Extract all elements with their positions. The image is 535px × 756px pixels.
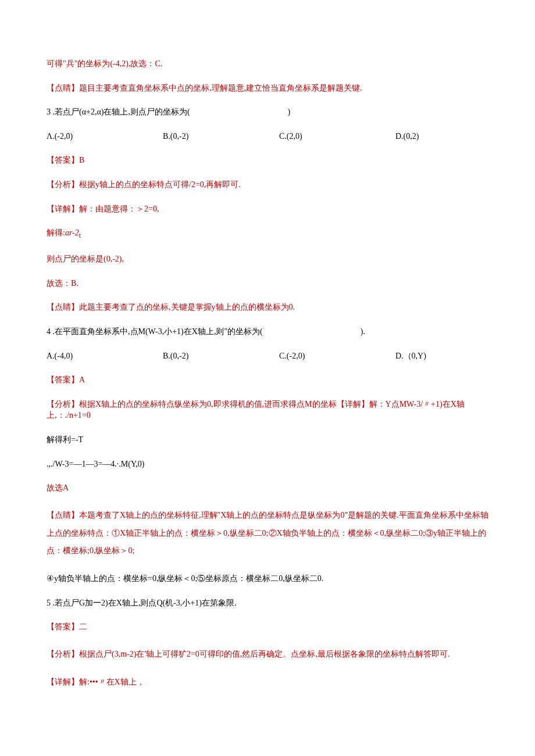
q4-analysis-detail: 【分析】根据X轴上的点的坐标特点纵坐标为0,即求得机的值,进而求得点M的坐标【详…: [47, 399, 488, 421]
q3-option-d: D.(0,2): [395, 131, 419, 142]
q3-option-c: C.(2,0): [279, 131, 395, 142]
q4-option-a: A.(-4,0): [47, 350, 163, 362]
q4-guxuan: 故选A: [47, 482, 488, 494]
q4-choices: A.(-4,0) B.(0,-2) C.(-2,0) D.（0,Y): [47, 350, 488, 362]
q4-option-d: D.（0,Y): [395, 350, 426, 362]
q4-stem: 4 .在平面直角坐标系中,点M(W-3,小+1)在X轴上,则"的坐标为( ).: [47, 326, 488, 338]
q3-detail: 【详解】解：由题意得：＞2=0,: [47, 203, 488, 215]
q3-analysis: 【分析】根据y轴上的点的坐标特点可得/2=0,再解即可.: [47, 179, 488, 191]
q3-solve-2: 则点尸的坐标是(0,-2),: [47, 253, 488, 265]
q5-stem: 5 .若点尸G加一2)在X轴上,则点Q(机-3,小+1)在第象限.: [47, 597, 488, 609]
line-result: 可得"兵"的坐标为(-4,2),故选：C.: [47, 58, 488, 70]
q5-detail: 【详解】解:•••〃在X轴上，: [47, 676, 488, 688]
q3-choices: Λ.(-2,0) B.(0,-2) C.(2,0) D.(0,2): [47, 131, 488, 142]
document-page: 可得"兵"的坐标为(-4,2),故选：C. 【点睛】题目主要考查直角坐标系中点的…: [0, 0, 535, 756]
q3-solve-1: 解得:ar-2t: [47, 227, 488, 241]
q3-stem: 3 .若点尸(α+2,α)在轴上,则点尸的坐标为( ): [47, 106, 488, 118]
line-dianjing-prev: 【点睛】题目主要考查直角坐标系中点的坐标,理解题意,建立恰当直角坐标系是解题关键…: [47, 83, 488, 94]
q4-dianjing-2: ④y轴负半轴上的点：横坐标=0,纵坐标＜0;⑤坐标原点：横坐标二0,纵坐标二0.: [47, 573, 488, 585]
q4-dianjing-1: 【点睛】本题考查了X轴上的点的坐标特征,理解"X轴上的点的坐标特点是纵坐标为0"…: [47, 507, 488, 560]
q3-answer: 【答案】B: [47, 155, 488, 166]
q3-guxuan: 故选：B.: [47, 278, 488, 289]
q3-option-a: Λ.(-2,0): [47, 131, 163, 142]
q4-option-b: B.(0,-2): [163, 350, 279, 362]
q4-answer: 【答案】A: [47, 374, 488, 386]
q4-solve-1: 解得利=-T: [47, 434, 488, 446]
q5-answer: 【答案】二: [47, 621, 488, 633]
q4-solve-2: .,./W-3=—1—3=—4.·.M(Y,0): [47, 458, 488, 470]
q3-option-b: B.(0,-2): [163, 131, 279, 142]
q3-solve-italic: ar-2: [65, 228, 79, 237]
q4-option-c: C.(-2,0): [279, 350, 395, 362]
q3-dianjing: 【点睛】此题主要考查了点的坐标,关键是掌握y轴上的点的横坐标为0.: [47, 302, 488, 313]
q5-analysis: 【分析】根据点尸(3,m-2)在'轴上可得犷2=0可得印的值,然后再确定。点坐标…: [47, 646, 488, 664]
q3-solve-sub: t: [79, 232, 81, 239]
q3-solve-prefix: 解得:: [47, 228, 65, 237]
